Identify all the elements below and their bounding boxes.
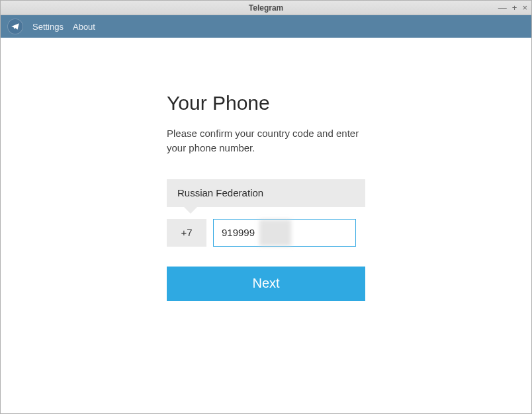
page-subtext: Please confirm your country code and ent… xyxy=(167,126,365,155)
close-button[interactable]: × xyxy=(522,3,527,12)
phone-input[interactable] xyxy=(213,219,356,247)
content-area: Your Phone Please confirm your country c… xyxy=(1,38,531,413)
page-title: Your Phone xyxy=(167,92,365,114)
next-button[interactable]: Next xyxy=(167,267,365,301)
menu-about[interactable]: About xyxy=(73,22,95,32)
login-form: Your Phone Please confirm your country c… xyxy=(167,92,365,413)
phone-row: +7 xyxy=(167,219,365,247)
maximize-button[interactable]: + xyxy=(512,3,517,12)
minimize-button[interactable]: — xyxy=(498,3,507,12)
country-selector[interactable]: Russian Federation xyxy=(167,179,365,207)
window-title: Telegram xyxy=(1,3,531,13)
dial-code-value: +7 xyxy=(181,227,192,238)
menu-settings[interactable]: Settings xyxy=(32,22,64,32)
menubar: Settings About xyxy=(1,15,531,38)
app-window: Telegram — + × Settings About Your Phone… xyxy=(0,0,532,414)
phone-input-wrap xyxy=(213,219,365,247)
telegram-icon xyxy=(7,19,23,34)
country-label: Russian Federation xyxy=(177,187,263,198)
dial-code-field[interactable]: +7 xyxy=(167,219,206,247)
titlebar: Telegram — + × xyxy=(1,1,531,15)
window-controls: — + × xyxy=(498,3,527,12)
